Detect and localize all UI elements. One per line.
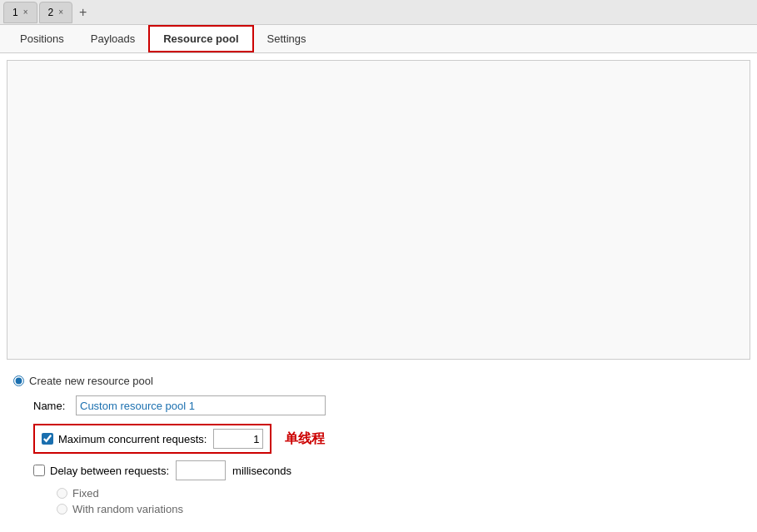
random-label: With random variations bbox=[72, 503, 183, 515]
fixed-option: Fixed bbox=[57, 487, 744, 500]
random-radio[interactable] bbox=[57, 504, 67, 515]
fixed-label: Fixed bbox=[72, 487, 99, 500]
create-pool-label: Create new resource pool bbox=[29, 375, 153, 387]
concurrent-row: Maximum concurrent requests: bbox=[33, 424, 271, 454]
delay-input[interactable] bbox=[176, 460, 226, 480]
tab-resource-pool[interactable]: Resource pool bbox=[148, 25, 253, 52]
fixed-radio[interactable] bbox=[57, 488, 67, 499]
random-option: With random variations bbox=[57, 503, 744, 515]
create-pool-radio[interactable] bbox=[13, 375, 24, 386]
tab-payloads[interactable]: Payloads bbox=[77, 25, 148, 52]
delay-row: Delay between requests: milliseconds bbox=[33, 460, 744, 480]
tab-2[interactable]: 2 × bbox=[39, 2, 73, 23]
tab-add-button[interactable]: + bbox=[74, 5, 92, 20]
concurrent-row-wrapper: Maximum concurrent requests: 单线程 bbox=[33, 424, 744, 454]
tab-1-label: 1 bbox=[12, 7, 18, 18]
tab-2-close[interactable]: × bbox=[58, 7, 63, 17]
options-area: Create new resource pool Name: Maximum c… bbox=[0, 366, 757, 532]
annotation-text: 单线程 bbox=[285, 430, 325, 448]
max-concurrent-input[interactable] bbox=[213, 429, 263, 449]
main-content: Create new resource pool Name: Maximum c… bbox=[0, 53, 757, 532]
max-concurrent-label: Maximum concurrent requests: bbox=[58, 433, 207, 445]
tab-2-label: 2 bbox=[48, 7, 54, 18]
tab-positions[interactable]: Positions bbox=[7, 25, 77, 52]
tab-1-close[interactable]: × bbox=[23, 7, 28, 17]
nav-tabs: Positions Payloads Resource pool Setting… bbox=[0, 25, 757, 53]
delay-checkbox[interactable] bbox=[33, 465, 45, 476]
delay-label: Delay between requests: bbox=[50, 465, 169, 477]
max-concurrent-checkbox[interactable] bbox=[42, 433, 53, 445]
tab-settings[interactable]: Settings bbox=[254, 25, 320, 52]
delay-unit: milliseconds bbox=[232, 465, 291, 477]
sub-options: Fixed With random variations bbox=[57, 487, 744, 515]
name-input[interactable] bbox=[76, 395, 326, 415]
name-row: Name: bbox=[33, 395, 744, 415]
tab-bar: 1 × 2 × + bbox=[0, 0, 757, 25]
tab-1[interactable]: 1 × bbox=[3, 2, 37, 23]
preview-area bbox=[7, 60, 750, 360]
create-pool-option: Create new resource pool bbox=[13, 375, 744, 387]
name-label: Name: bbox=[33, 400, 71, 412]
